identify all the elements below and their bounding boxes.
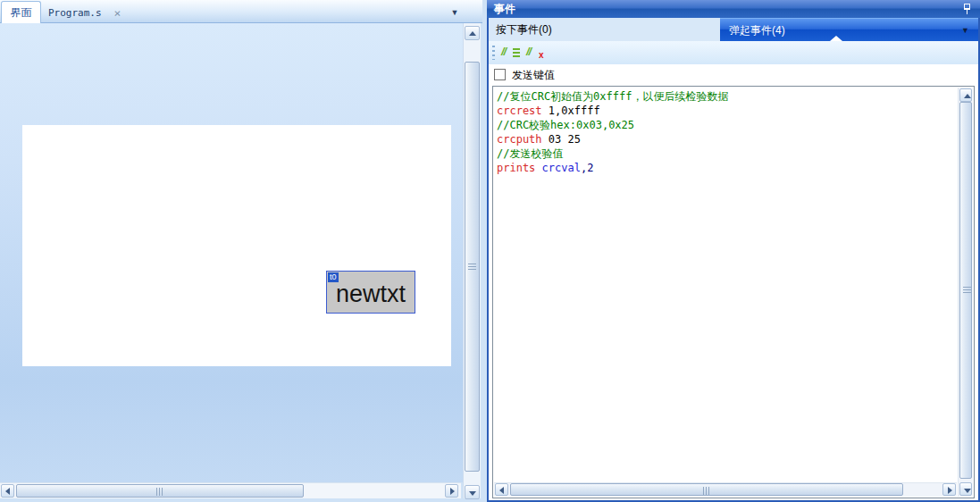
left-tab-overflow-icon[interactable]: ▼: [448, 6, 462, 19]
horizontal-scroll-thumb[interactable]: [16, 484, 304, 498]
code-editor[interactable]: //复位CRC初始值为0xffff，以便后续检验数据crcrest 1,0xff…: [492, 86, 975, 498]
code-line: //发送校验值: [497, 146, 954, 161]
tab-program-s-label: Program.s: [48, 7, 102, 19]
code-line: prints crcval,2: [497, 161, 954, 175]
scroll-up-button[interactable]: [465, 26, 480, 40]
component-id-badge: t0: [328, 272, 339, 282]
remove-comment-icon[interactable]: // x: [525, 44, 549, 62]
scroll-left-button[interactable]: [1, 484, 14, 498]
event-tab-dropdown-icon[interactable]: ▼: [952, 18, 978, 41]
toolbar-drag-handle[interactable]: [492, 46, 495, 60]
event-tab-row: 按下事件(0) 弹起事件(4) ▼: [489, 18, 978, 41]
display-page[interactable]: t0 newtxt: [22, 125, 451, 366]
pin-icon[interactable]: [963, 4, 972, 14]
scroll-left-button[interactable]: [495, 483, 508, 496]
send-key-label: 发送键值: [512, 68, 555, 83]
scroll-down-button[interactable]: [959, 482, 972, 496]
scroll-up-button[interactable]: [959, 88, 972, 102]
send-key-row: 发送键值: [489, 64, 978, 86]
add-comment-icon[interactable]: //: [500, 44, 524, 62]
close-icon[interactable]: ×: [114, 7, 121, 19]
event-content: 发送键值 //复位CRC初始值为0xffff，以便后续检验数据crcrest 1…: [489, 64, 978, 500]
text-component[interactable]: t0 newtxt: [326, 271, 415, 314]
scroll-right-button[interactable]: [942, 483, 956, 496]
tab-interface[interactable]: 界面: [1, 1, 41, 23]
send-key-checkbox[interactable]: [494, 69, 506, 80]
scroll-right-button[interactable]: [445, 484, 458, 498]
code-line: //复位CRC初始值为0xffff，以便后续检验数据: [497, 89, 954, 104]
scroll-down-button[interactable]: [465, 485, 480, 499]
code-lines[interactable]: //复位CRC初始值为0xffff，以便后续检验数据crcrest 1,0xff…: [495, 88, 956, 481]
component-text: newtxt: [336, 280, 406, 308]
tab-release-event-label: 弹起事件(4): [729, 24, 785, 37]
editor-vertical-scrollbar[interactable]: [958, 88, 973, 497]
tab-press-event[interactable]: 按下事件(0): [489, 18, 720, 41]
vertical-scroll-thumb[interactable]: [959, 102, 972, 479]
design-canvas[interactable]: t0 newtxt: [0, 23, 463, 482]
horizontal-scroll-thumb[interactable]: [510, 483, 903, 496]
left-tab-bar: 界面 Program.s × ▼: [0, 0, 482, 23]
canvas-vertical-scrollbar[interactable]: [463, 23, 481, 498]
event-panel: 事件 按下事件(0) 弹起事件(4) ▼ // // x 发送键值 //复位C: [487, 0, 980, 502]
tab-release-event[interactable]: 弹起事件(4): [720, 18, 952, 41]
code-line: crcrest 1,0xffff: [497, 104, 954, 118]
code-line: //CRC校验hex:0x03,0x25: [497, 118, 954, 132]
event-panel-title: 事件: [494, 3, 515, 15]
event-toolbar: // // x: [489, 41, 978, 64]
editor-horizontal-scrollbar[interactable]: [494, 482, 957, 497]
tab-program-s[interactable]: Program.s ×: [43, 4, 126, 22]
event-panel-titlebar: 事件: [487, 0, 980, 18]
code-line: crcputh 03 25: [497, 132, 954, 146]
vertical-scroll-thumb[interactable]: [465, 62, 480, 472]
canvas-horizontal-scrollbar[interactable]: [0, 482, 461, 498]
